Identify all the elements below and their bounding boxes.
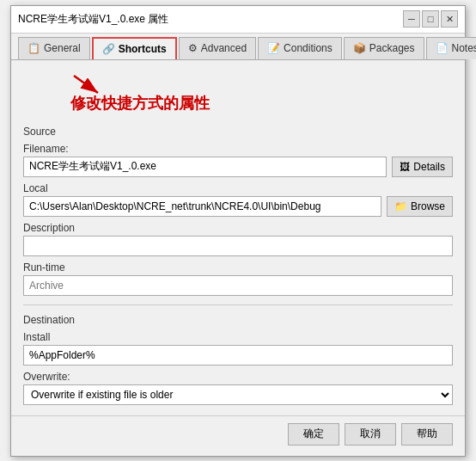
source-section-label: Source (23, 126, 453, 138)
packages-tab-icon: 📦 (353, 42, 366, 54)
install-row (23, 345, 453, 366)
notes-tab-icon: 📄 (436, 42, 449, 54)
packages-tab-label: Packages (369, 42, 415, 54)
destination-section-label: Destination (23, 314, 453, 326)
shortcuts-tab-icon: 🔗 (102, 43, 115, 55)
svg-line-1 (74, 76, 98, 93)
advanced-tab-icon: ⚙ (188, 42, 198, 54)
overwrite-select[interactable]: Overwrite if existing file is older Alwa… (23, 384, 453, 405)
install-label: Install (23, 331, 453, 343)
filename-input[interactable] (23, 157, 387, 177)
browse-button[interactable]: 📁 Browse (387, 196, 453, 217)
conditions-tab-icon: 📝 (267, 42, 280, 54)
footer: 确定 取消 帮助 (11, 415, 465, 456)
close-button[interactable]: ✕ (441, 10, 458, 28)
filename-label: Filename: (23, 143, 453, 155)
details-button[interactable]: 🖼 Details (392, 157, 453, 177)
install-input[interactable] (23, 345, 453, 366)
tab-packages[interactable]: 📦 Packages (344, 37, 424, 59)
tab-conditions[interactable]: 📝 Conditions (258, 37, 342, 59)
tab-notes[interactable]: 📄 Notes (426, 37, 477, 59)
filename-row: 🖼 Details (23, 157, 453, 177)
description-input[interactable] (23, 236, 453, 256)
general-tab-label: General (44, 42, 81, 54)
window: NCRE学生考试端V1_.0.exe 属性 ─ □ ✕ 📋 General 🔗 … (10, 5, 466, 457)
title-bar: NCRE学生考试端V1_.0.exe 属性 ─ □ ✕ (11, 6, 465, 34)
details-icon: 🖼 (400, 161, 410, 173)
local-row: 📁 Browse (23, 196, 453, 217)
description-row (23, 236, 453, 256)
runtime-label: Run-time (23, 261, 453, 274)
shortcuts-tab-label: Shortcuts (119, 43, 167, 55)
minimize-button[interactable]: ─ (403, 10, 420, 28)
content-area: 修改快捷方式的属性 Source Filename: 🖼 Details Loc… (11, 60, 465, 415)
ok-button[interactable]: 确定 (288, 423, 339, 446)
runtime-input[interactable] (23, 275, 453, 296)
description-label: Description (23, 222, 453, 234)
overwrite-row: Overwrite if existing file is older Alwa… (23, 384, 453, 405)
runtime-row (23, 275, 453, 296)
maximize-button[interactable]: □ (422, 10, 439, 28)
tab-general[interactable]: 📋 General (18, 37, 90, 59)
cancel-button[interactable]: 取消 (345, 423, 396, 446)
advanced-tab-label: Advanced (201, 42, 247, 54)
annotation-area: 修改快捷方式的属性 (23, 71, 453, 126)
browse-icon: 📁 (394, 200, 407, 212)
conditions-tab-label: Conditions (284, 42, 333, 54)
help-button[interactable]: 帮助 (401, 423, 453, 446)
section-divider (23, 304, 453, 305)
local-label: Local (23, 182, 453, 194)
annotation-text: 修改快捷方式的属性 (70, 93, 210, 114)
overwrite-label: Overwrite: (23, 371, 453, 383)
tab-bar: 📋 General 🔗 Shortcuts ⚙ Advanced 📝 Condi… (11, 34, 465, 60)
local-input[interactable] (23, 196, 381, 217)
window-title: NCRE学生考试端V1_.0.exe 属性 (18, 12, 168, 27)
tab-advanced[interactable]: ⚙ Advanced (179, 37, 256, 59)
notes-tab-label: Notes (452, 42, 477, 54)
tab-shortcuts[interactable]: 🔗 Shortcuts (92, 37, 177, 59)
title-bar-buttons: ─ □ ✕ (403, 10, 458, 28)
general-tab-icon: 📋 (27, 42, 40, 54)
